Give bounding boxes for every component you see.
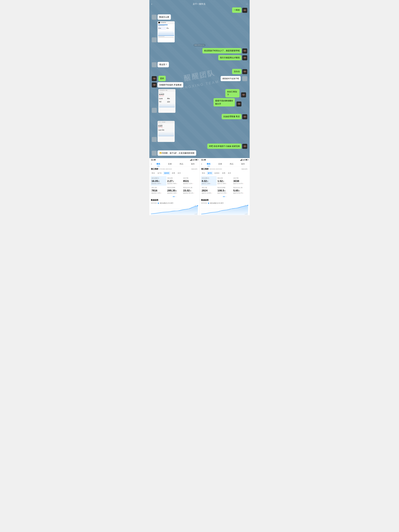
metric-change: 较前7日 46.37% bbox=[233, 192, 247, 194]
bubble-text: 感觉挺对不起孩子呢 bbox=[221, 76, 241, 81]
avatar bbox=[152, 37, 157, 42]
tab-goods-2[interactable]: 商品 bbox=[229, 162, 234, 166]
metric-value: 2824 bbox=[202, 189, 216, 192]
period-30day-1[interactable]: 近30日 bbox=[163, 171, 170, 175]
metric-label: 商品总访客数 bbox=[167, 187, 182, 189]
metric-label: 成交金额(元) bbox=[152, 177, 166, 179]
nav-tabs-1: 概览 直播 商品 服务 bbox=[153, 162, 199, 166]
metric-label: 退款金额 bbox=[167, 177, 182, 179]
trend-title-1: 数据趋势 bbox=[151, 199, 198, 201]
msg-row: 抖音电商罗盘 成交 16.05 万 件数 8531 bbox=[149, 21, 250, 43]
metrics-link-2[interactable]: 指标说明 › bbox=[241, 168, 248, 170]
metric-label: 成交人数 bbox=[202, 187, 216, 189]
pagination-dots-1 bbox=[149, 196, 200, 198]
signal-bar bbox=[190, 160, 191, 161]
metric-change: 较前30日 124% bbox=[152, 192, 166, 194]
back-button-1[interactable]: ‹ bbox=[150, 161, 153, 166]
chart-y-label-16k: 1.6万 bbox=[245, 213, 247, 215]
period-7day-1[interactable]: 近7日 bbox=[157, 171, 163, 175]
period-week-1[interactable]: 本周 bbox=[171, 171, 176, 175]
msg-row: 😁纠结呢，孩子4岁，正是启蒙的阶段呢 bbox=[149, 150, 250, 156]
tab-live-1[interactable]: 直播 bbox=[167, 162, 173, 166]
chart-y-label: 1.6万 bbox=[195, 213, 197, 215]
tab-service-2[interactable]: 服务 bbox=[240, 162, 246, 166]
bubble-text: 数据怎么看 bbox=[158, 14, 171, 20]
battery-icon bbox=[195, 159, 198, 160]
bubble-text: 看看手里的事情哪些能分开 bbox=[214, 98, 235, 107]
metric-label: 商品总访客数 bbox=[217, 187, 232, 189]
avatar: 🦇 bbox=[242, 55, 247, 60]
period-tabs-2: 昨日 近7日 近30日 本周 本月 bbox=[200, 171, 250, 175]
trend-section-2: 数据趋势 08月26日 成交金额(元) ¥1.88万 bbox=[200, 198, 250, 215]
bubble-text: 我天天都是两点才睡觉 bbox=[218, 55, 241, 60]
metric-cell: 成交金额(元) 16.05万 较前30日 287% bbox=[151, 176, 166, 186]
trend-value-2: 成交金额(元) ¥1.88万 bbox=[210, 202, 224, 204]
metric-cell: 商品总点击人数 15.02万 较前30日 96.13% bbox=[182, 186, 198, 195]
status-time-2: 11:49 bbox=[201, 159, 206, 161]
section-header-1: 核心指标 07月28日-08月26日 指标说明 › bbox=[149, 166, 200, 171]
bubble-text: 一样的 bbox=[232, 7, 241, 13]
section-title-row-2: 核心指标 08月20日-08月26日 bbox=[201, 168, 222, 170]
metrics-link-1[interactable]: 指标说明 › bbox=[191, 168, 198, 170]
date-range-2: 08月20日-08月26日 bbox=[209, 168, 222, 170]
metric-label: 成交件数 bbox=[183, 177, 197, 179]
period-30day-2[interactable]: 近30日 bbox=[213, 171, 220, 175]
metric-label: 商品总点击人数 bbox=[233, 187, 247, 189]
period-month-2[interactable]: 本月 bbox=[227, 171, 232, 175]
metric-value: 2.27万 bbox=[167, 180, 182, 183]
metric-value: 5.65万 bbox=[233, 189, 247, 192]
trend-title-2: 数据趋势 bbox=[201, 199, 248, 201]
nav-bar-2: ‹ 概览 直播 商品 服务 bbox=[200, 161, 250, 166]
back-button-2[interactable]: ‹ bbox=[200, 161, 203, 166]
section-title-row-1: 核心指标 07月28日-08月26日 bbox=[151, 168, 172, 170]
mini-chart-2: 2万 1.6万 bbox=[201, 205, 248, 215]
bubble-text: 然后陪孩子时间太少了，都是我婆婆带呢 bbox=[203, 48, 241, 53]
status-bar-1: 11:49 wifi bbox=[149, 158, 200, 161]
avatar: 🦇 bbox=[242, 69, 247, 74]
tab-service-1[interactable]: 服务 bbox=[190, 162, 196, 166]
metric-cell: 成交件数 3038 较前7日 10.47% bbox=[233, 176, 248, 186]
signal-bar bbox=[242, 159, 242, 161]
tab-overview-2[interactable]: 概览 bbox=[206, 162, 211, 166]
back-icon[interactable]: ‹ bbox=[151, 2, 152, 6]
period-month-1[interactable]: 本月 bbox=[177, 171, 182, 175]
metric-value: 16.05万 bbox=[152, 180, 166, 183]
avatar: 🦇 bbox=[241, 92, 246, 97]
avatar bbox=[242, 76, 247, 81]
screenshot-thumb: 抖音电商罗盘 成交 16.05 万 件数 8531 bbox=[158, 21, 175, 42]
msg-double-row2: 抖音电商罗盘 · 概览 成交金额(元) 16.05万 较前30日 287% ↑ … bbox=[149, 89, 250, 113]
period-7day-2[interactable]: 近7日 bbox=[207, 171, 213, 175]
period-yesterday-2[interactable]: 昨日 bbox=[201, 171, 206, 175]
metrics-grid-1: 成交金额(元) 16.05万 较前30日 287% 退款金额 2.27万 较前3… bbox=[149, 175, 200, 196]
tab-overview-1[interactable]: 概览 bbox=[155, 162, 161, 166]
wifi-icon: wifi bbox=[192, 159, 195, 161]
date-range-1: 07月28日-08月26日 bbox=[159, 168, 172, 170]
metric-change: 较前30日 122% bbox=[183, 183, 197, 185]
metric-label: 退款金额 bbox=[217, 177, 232, 179]
dot-active bbox=[173, 196, 175, 197]
period-week-2[interactable]: 本周 bbox=[221, 171, 226, 175]
period-yesterday-1[interactable]: 昨日 bbox=[151, 171, 156, 175]
chart-line-16k-2 bbox=[201, 211, 245, 211]
msg-row: 看这里？ bbox=[149, 61, 250, 68]
nav-tabs-2: 概览 直播 商品 服务 bbox=[203, 162, 249, 166]
metric-value: 15.02万 bbox=[183, 189, 197, 192]
metric-cell: 商品总访客数 108.5万 较前7日 6.78% bbox=[217, 186, 233, 195]
signal-bar bbox=[240, 160, 241, 161]
tab-goods-1[interactable]: 商品 bbox=[178, 162, 184, 166]
mini-chart-1: 2万 1.6万 bbox=[151, 205, 198, 215]
msg-row: 🦇 没办法 bbox=[149, 68, 250, 75]
signal-bar bbox=[241, 160, 241, 161]
more-icon[interactable]: ··· bbox=[246, 3, 248, 5]
metric-cell: 退款金额 2.27万 较前30日 499% bbox=[166, 176, 182, 186]
tab-live-2[interactable]: 直播 bbox=[217, 162, 223, 166]
metric-value: 8.02万 bbox=[202, 180, 216, 183]
avatar bbox=[152, 108, 157, 113]
metric-change: 较前7日 359% bbox=[217, 183, 232, 185]
bubble-text: 对吧 你在本地招个小妹妹 或者宝妈 bbox=[207, 144, 241, 149]
section-header-2: 核心指标 08月20日-08月26日 指标说明 › bbox=[200, 166, 250, 171]
screenshot-thumb3: 近7日 · 抖音电商 成交金额(元) 8.02万 较前7日 110% ↑ 退款1… bbox=[158, 121, 175, 142]
dot bbox=[175, 196, 176, 197]
signal-bar bbox=[192, 159, 192, 161]
trend-value-1: 成交金额(元) ¥1.88万 bbox=[160, 202, 173, 204]
